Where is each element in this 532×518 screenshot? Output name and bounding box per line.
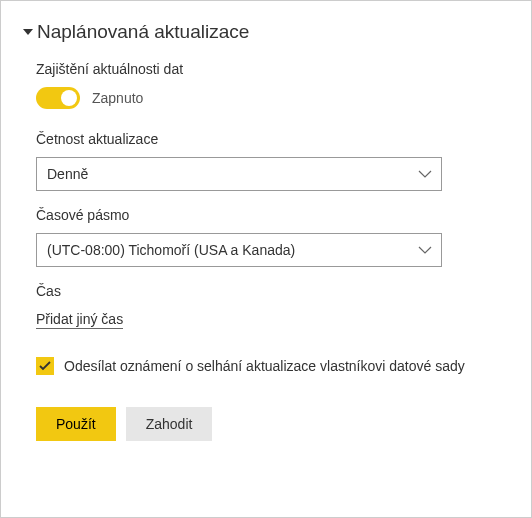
frequency-label: Četnost aktualizace (36, 131, 509, 147)
timezone-value: (UTC-08:00) Tichomoří (USA a Kanada) (47, 242, 295, 258)
notification-row: Odesílat oznámení o selhání aktualizace … (36, 357, 509, 375)
time-group: Čas Přidat jiný čas (36, 283, 509, 329)
timezone-label: Časové pásmo (36, 207, 509, 223)
timezone-group: Časové pásmo (UTC-08:00) Tichomoří (USA … (36, 207, 509, 267)
toggle-state-label: Zapnuto (92, 90, 143, 106)
frequency-group: Četnost aktualizace Denně (36, 131, 509, 191)
discard-button[interactable]: Zahodit (126, 407, 213, 441)
keep-data-toggle[interactable] (36, 87, 80, 109)
frequency-value: Denně (47, 166, 88, 182)
section-title: Naplánovaná aktualizace (37, 21, 249, 43)
timezone-select[interactable]: (UTC-08:00) Tichomoří (USA a Kanada) (36, 233, 442, 267)
keep-data-current-label: Zajištění aktuálnosti dat (36, 61, 509, 77)
apply-button[interactable]: Použít (36, 407, 116, 441)
button-row: Použít Zahodit (36, 407, 509, 441)
notification-checkbox[interactable] (36, 357, 54, 375)
section-content: Zajištění aktuálnosti dat Zapnuto Četnos… (23, 61, 509, 441)
check-icon (39, 361, 51, 371)
caret-down-icon (23, 29, 33, 35)
toggle-row: Zapnuto (36, 87, 509, 109)
toggle-knob (61, 90, 77, 106)
frequency-select[interactable]: Denně (36, 157, 442, 191)
time-label: Čas (36, 283, 509, 299)
frequency-select-wrap: Denně (36, 157, 442, 191)
section-header[interactable]: Naplánovaná aktualizace (23, 21, 509, 43)
keep-data-current-group: Zajištění aktuálnosti dat Zapnuto (36, 61, 509, 109)
timezone-select-wrap: (UTC-08:00) Tichomoří (USA a Kanada) (36, 233, 442, 267)
notification-label: Odesílat oznámení o selhání aktualizace … (64, 358, 465, 374)
add-time-link[interactable]: Přidat jiný čas (36, 311, 123, 329)
